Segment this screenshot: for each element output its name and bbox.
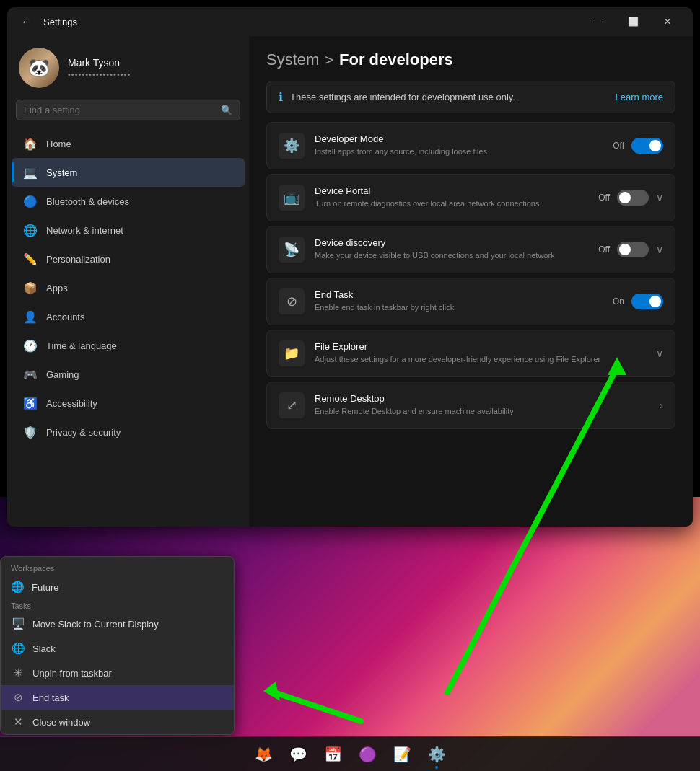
sidebar-item-network[interactable]: 🌐 Network & internet [12, 216, 245, 244]
toggle-device-portal[interactable] [617, 190, 649, 206]
setting-item-device-portal[interactable]: 📺 Device Portal Turn on remote diagnosti… [266, 174, 675, 221]
taskbar-item-slack[interactable]: 🟣 [351, 739, 383, 770]
search-box: 🔍 [16, 100, 240, 120]
context-icon-close-window: ✕ [11, 715, 25, 728]
window-title: Settings [43, 17, 77, 27]
workspace-name: Future [32, 582, 59, 593]
context-item-unpin[interactable]: ✳ Unpin from taskbar [1, 661, 234, 685]
setting-icon-end-task: ⊘ [279, 288, 305, 314]
workspace-item-future[interactable]: 🌐 Future [1, 576, 234, 599]
setting-title-file-explorer: File Explorer [315, 341, 646, 352]
nav-label-network: Network & internet [46, 225, 123, 236]
setting-title-end-task: End Task [315, 289, 603, 300]
nav-icon-time: 🕐 [23, 338, 38, 353]
setting-item-file-explorer[interactable]: 📁 File Explorer Adjust these settings fo… [266, 330, 675, 377]
setting-right-developer-mode: Off [613, 138, 663, 154]
arrow-right-icon-remote-desktop: › [660, 400, 663, 411]
setting-icon-remote-desktop: ⤢ [279, 392, 305, 418]
nav-label-gaming: Gaming [46, 369, 79, 380]
user-profile[interactable]: 🐼 Mark Tyson •••••••••••••••••• [7, 36, 249, 97]
setting-item-developer-mode[interactable]: ⚙️ Developer Mode Install apps from any … [266, 122, 675, 169]
context-icon-end-task-ctx: ⊘ [11, 691, 25, 704]
breadcrumb: System > For developers [266, 50, 675, 69]
settings-window: ← Settings — ⬜ ✕ 🐼 Mark Tyson ••••••••••… [7, 7, 693, 527]
context-item-close-window[interactable]: ✕ Close window [1, 710, 234, 734]
info-bar: ℹ These settings are intended for develo… [266, 81, 675, 113]
setting-right-device-portal: Off ∨ [598, 190, 663, 206]
toggle-label-device-discovery: Off [598, 244, 610, 255]
sidebar-item-personalization[interactable]: ✏️ Personalization [12, 244, 245, 273]
taskbar-item-calendar[interactable]: 📅 [317, 739, 349, 770]
context-item-slack[interactable]: 🌐 Slack [1, 636, 234, 661]
setting-content-device-discovery: Device discovery Make your device visibl… [315, 237, 588, 261]
setting-desc-file-explorer: Adjust these settings for a more develop… [315, 354, 646, 365]
setting-icon-developer-mode: ⚙️ [279, 133, 305, 159]
sidebar-item-accounts[interactable]: 👤 Accounts [12, 302, 245, 331]
taskbar-item-notes[interactable]: 📝 [386, 739, 418, 770]
context-label-close-window: Close window [32, 717, 90, 728]
window-controls: — ⬜ ✕ [582, 10, 684, 33]
setting-item-device-discovery[interactable]: 📡 Device discovery Make your device visi… [266, 226, 675, 273]
window-body: 🐼 Mark Tyson •••••••••••••••••• 🔍 🏠 Home… [7, 36, 693, 527]
context-label-slack: Slack [32, 643, 56, 654]
sidebar-item-home[interactable]: 🏠 Home [12, 129, 245, 158]
context-menu-panel: Workspaces 🌐 Future Tasks 🖥️ Move Slack … [0, 556, 235, 735]
taskbar: 🦊💬📅🟣📝⚙️ [0, 736, 700, 771]
context-icon-unpin: ✳ [11, 666, 25, 679]
taskbar-item-skype[interactable]: 💬 [282, 739, 314, 770]
sidebar-item-accessibility[interactable]: ♿ Accessibility [12, 389, 245, 418]
nav-label-home: Home [46, 138, 71, 149]
close-button[interactable]: ✕ [651, 10, 684, 33]
setting-right-end-task: On [613, 294, 663, 309]
setting-content-developer-mode: Developer Mode Install apps from any sou… [315, 133, 603, 157]
context-item-end-task-ctx[interactable]: ⊘ End task [1, 685, 234, 710]
toggle-device-discovery[interactable] [617, 242, 649, 257]
context-label-unpin: Unpin from taskbar [32, 668, 112, 679]
nav-label-personalization: Personalization [46, 254, 110, 265]
context-item-move-slack[interactable]: 🖥️ Move Slack to Current Display [1, 612, 234, 636]
setting-desc-end-task: Enable end task in taskbar by right clic… [315, 302, 603, 313]
settings-list: ⚙️ Developer Mode Install apps from any … [266, 122, 675, 429]
nav-icon-privacy: 🛡️ [23, 425, 38, 439]
nav-icon-apps: 📦 [23, 281, 38, 295]
sidebar-item-bluetooth[interactable]: 🔵 Bluetooth & devices [12, 187, 245, 216]
setting-content-end-task: End Task Enable end task in taskbar by r… [315, 289, 603, 313]
sidebar-item-privacy[interactable]: 🛡️ Privacy & security [12, 418, 245, 446]
chevron-icon-device-portal: ∨ [656, 192, 663, 203]
toggle-label-developer-mode: Off [613, 141, 624, 151]
nav-icon-accessibility: ♿ [23, 396, 38, 410]
taskbar-item-settings[interactable]: ⚙️ [421, 739, 452, 770]
nav-icon-gaming: 🎮 [23, 367, 38, 382]
sidebar-item-apps[interactable]: 📦 Apps [12, 273, 245, 302]
setting-item-end-task[interactable]: ⊘ End Task Enable end task in taskbar by… [266, 278, 675, 325]
user-name: Mark Tyson [68, 57, 237, 69]
info-text: These settings are intended for developm… [290, 92, 608, 102]
minimize-button[interactable]: — [582, 10, 615, 33]
avatar-image: 🐼 [19, 48, 59, 88]
title-bar-left: ← Settings [16, 12, 582, 32]
setting-title-remote-desktop: Remote Desktop [315, 393, 649, 404]
setting-right-device-discovery: Off ∨ [598, 242, 663, 257]
search-container: 🔍 [7, 97, 249, 129]
setting-item-remote-desktop[interactable]: ⤢ Remote Desktop Enable Remote Desktop a… [266, 382, 675, 429]
nav-label-accessibility: Accessibility [46, 398, 97, 409]
sidebar-item-system[interactable]: 💻 System [12, 158, 245, 187]
sidebar-item-gaming[interactable]: 🎮 Gaming [12, 360, 245, 389]
info-icon: ℹ [279, 90, 283, 104]
breadcrumb-system: System [266, 50, 319, 69]
nav-label-system: System [46, 167, 77, 178]
setting-content-device-portal: Device Portal Turn on remote diagnostics… [315, 185, 588, 209]
nav-icon-home: 🏠 [23, 136, 38, 151]
learn-more-link[interactable]: Learn more [616, 92, 663, 102]
main-panel: System > For developers ℹ These settings… [249, 36, 693, 527]
search-input[interactable] [24, 105, 215, 115]
nav-label-bluetooth: Bluetooth & devices [46, 196, 129, 207]
sidebar-item-time[interactable]: 🕐 Time & language [12, 331, 245, 360]
back-button[interactable]: ← [16, 12, 36, 32]
context-menu-items: 🖥️ Move Slack to Current Display 🌐 Slack… [1, 612, 234, 734]
breadcrumb-current: For developers [339, 50, 453, 69]
maximize-button[interactable]: ⬜ [616, 10, 649, 33]
toggle-end-task[interactable] [631, 294, 663, 309]
taskbar-item-firefox[interactable]: 🦊 [248, 739, 279, 770]
toggle-developer-mode[interactable] [631, 138, 663, 154]
